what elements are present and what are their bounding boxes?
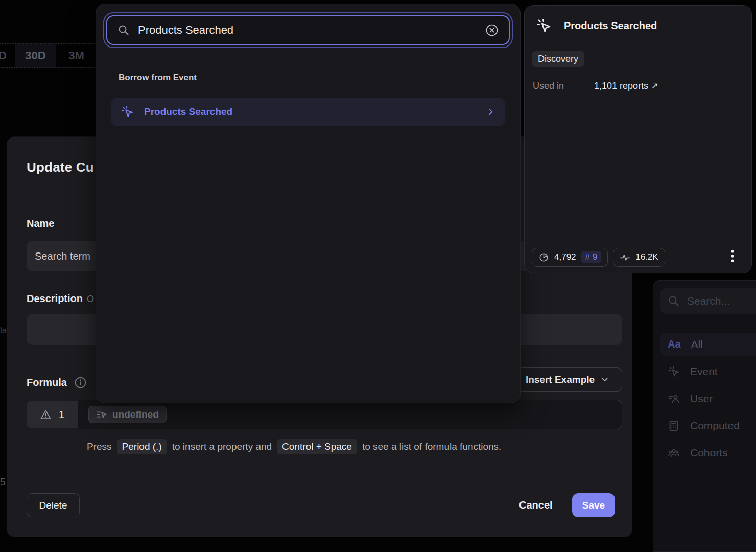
- info-icon[interactable]: [74, 376, 87, 389]
- name-value: Search term: [35, 250, 90, 262]
- chevron-down-icon: [601, 376, 609, 384]
- time-range-7d[interactable]: D: [0, 44, 15, 67]
- sidebar-item-event[interactable]: Event: [660, 360, 756, 383]
- calculator-icon: [668, 420, 680, 432]
- volume-count: 16.2K: [635, 252, 658, 262]
- event-cursor-icon: [536, 18, 552, 34]
- hint-text: Press: [87, 441, 112, 452]
- formula-property-chip[interactable]: undefined: [88, 406, 167, 423]
- user-icon: [668, 393, 680, 405]
- name-label: Name: [27, 218, 54, 229]
- ctrl-space-key-badge: Control + Space: [277, 439, 357, 454]
- formula-header: Formula: [27, 376, 87, 389]
- sidebar-item-user[interactable]: User: [660, 387, 756, 410]
- background-axis-number: 5: [0, 476, 6, 488]
- activity-icon: [620, 252, 630, 263]
- hint-text: to insert a property and: [172, 441, 272, 452]
- clear-search-icon[interactable]: [485, 24, 499, 37]
- cohorts-icon: [668, 447, 680, 459]
- used-in-label: Used in: [533, 81, 594, 91]
- hint-text: to see a list of formula functions.: [362, 441, 501, 452]
- event-details-card: Products Searched Discovery Used in 1,10…: [524, 5, 752, 273]
- search-icon: [668, 295, 680, 307]
- property-list-cursor-icon: [96, 409, 107, 420]
- volume-chip[interactable]: 16.2K: [613, 248, 665, 267]
- sidebar-item-all[interactable]: Aa All: [660, 333, 756, 356]
- sidebar-item-computed[interactable]: Computed: [660, 414, 756, 437]
- optional-fragment: O: [87, 294, 94, 304]
- sidebar-item-label: Event: [690, 365, 718, 378]
- search-input-value: Products Searched: [138, 24, 477, 37]
- formula-hint: Press Period (.) to insert a property an…: [87, 439, 501, 454]
- time-range-30d[interactable]: 30D: [15, 44, 56, 67]
- modal-title: Update Cu: [27, 159, 94, 175]
- sidebar-filter-list: Aa All Event User Computed Cohorts: [660, 333, 756, 464]
- search-result-products-searched[interactable]: Products Searched: [111, 98, 505, 126]
- sidebar-item-label: Computed: [690, 420, 740, 432]
- aa-icon: Aa: [668, 338, 681, 350]
- result-label: Products Searched: [144, 106, 476, 118]
- sidebar-search-placeholder: Search...: [687, 295, 730, 307]
- property-search-popup: Products Searched Borrow from Event Prod…: [96, 4, 520, 403]
- error-count: 1: [59, 408, 65, 421]
- formula-error-counter: 1: [27, 401, 78, 428]
- category-badge: Discovery: [532, 51, 584, 67]
- kebab-menu-icon[interactable]: [731, 249, 734, 263]
- sidebar-item-label: All: [691, 338, 703, 351]
- pie-chart-icon: [538, 252, 549, 263]
- sidebar-item-cohorts[interactable]: Cohorts: [660, 441, 756, 464]
- query-count-chip[interactable]: 4,792 # 9: [532, 248, 608, 267]
- card-header: Products Searched: [525, 6, 751, 34]
- card-footer: 4,792 # 9 16.2K: [525, 241, 751, 273]
- time-range-segmented-control: D 30D 3M: [0, 43, 97, 68]
- external-link-arrow-icon: ↗: [651, 81, 658, 91]
- card-title: Products Searched: [564, 20, 657, 32]
- insert-example-label: Insert Example: [526, 374, 595, 385]
- rank-badge: # 9: [581, 251, 602, 263]
- time-range-3m[interactable]: 3M: [56, 44, 97, 67]
- period-key-badge: Period (.): [117, 439, 167, 454]
- used-in-row: Used in 1,101 reports ↗: [533, 81, 658, 91]
- search-icon: [117, 24, 130, 36]
- app-root: D 30D 3M lay 5 Search... Aa All Event Us…: [0, 0, 756, 552]
- borrow-from-event-label: Borrow from Event: [119, 73, 197, 83]
- property-type-sidebar: Search... Aa All Event User Computed Coh…: [653, 280, 756, 552]
- sidebar-item-label: User: [690, 393, 713, 405]
- formula-chip-label: undefined: [112, 409, 159, 420]
- sidebar-item-label: Cohorts: [690, 447, 728, 459]
- formula-label: Formula: [27, 377, 67, 388]
- used-in-reports-link[interactable]: 1,101 reports: [594, 81, 648, 91]
- description-label: DescriptionO: [27, 293, 94, 305]
- save-button[interactable]: Save: [572, 493, 615, 517]
- delete-button[interactable]: Delete: [27, 493, 80, 517]
- event-cursor-icon: [121, 105, 134, 119]
- cancel-button[interactable]: Cancel: [511, 493, 561, 517]
- warning-icon: [40, 409, 52, 421]
- property-search-input[interactable]: Products Searched: [106, 15, 510, 45]
- formula-input[interactable]: undefined: [78, 400, 622, 429]
- insert-example-button[interactable]: Insert Example: [512, 367, 622, 392]
- sidebar-search-input[interactable]: Search...: [660, 288, 756, 314]
- event-cursor-icon: [668, 365, 680, 378]
- query-count: 4,792: [554, 252, 576, 262]
- chevron-right-icon: [486, 107, 495, 117]
